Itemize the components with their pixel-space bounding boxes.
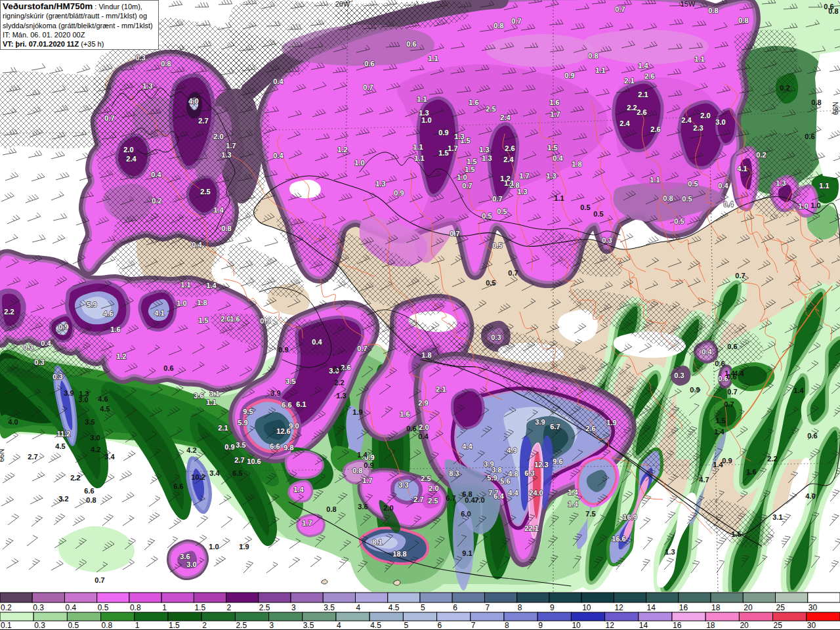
- svg-text:2.6: 2.6: [650, 125, 660, 133]
- svg-text:1.0: 1.0: [457, 173, 467, 181]
- svg-text:0.6: 0.6: [333, 365, 343, 373]
- svg-text:1.8: 1.8: [421, 351, 431, 359]
- svg-text:0.6: 0.6: [807, 432, 817, 440]
- svg-text:24.0: 24.0: [529, 489, 543, 497]
- svg-text:12: 12: [606, 621, 615, 630]
- svg-text:1.3: 1.3: [482, 154, 492, 162]
- svg-text:3.4: 3.4: [209, 469, 220, 477]
- svg-text:0.8: 0.8: [663, 194, 673, 202]
- svg-text:16.6: 16.6: [612, 535, 625, 543]
- svg-text:0.7: 0.7: [492, 195, 502, 203]
- svg-text:1.1: 1.1: [413, 143, 423, 151]
- svg-text:1.4: 1.4: [714, 428, 724, 436]
- svg-text:1.0: 1.0: [798, 202, 808, 210]
- svg-text:1.3: 1.3: [517, 188, 527, 196]
- svg-text:0.4: 0.4: [273, 77, 284, 85]
- svg-text:6.6: 6.6: [282, 401, 291, 409]
- svg-text:0.7: 0.7: [450, 230, 459, 238]
- svg-text:14: 14: [647, 603, 656, 612]
- svg-text:9.8: 9.8: [284, 444, 293, 452]
- svg-text:3.6: 3.6: [358, 503, 368, 511]
- svg-text:8.1: 8.1: [372, 538, 382, 546]
- svg-text:2.5: 2.5: [428, 497, 438, 505]
- svg-text:0.3: 0.3: [491, 333, 501, 341]
- svg-text:1.8: 1.8: [197, 299, 207, 306]
- svg-text:6.5: 6.5: [232, 469, 242, 477]
- svg-text:4.5: 4.5: [55, 442, 65, 450]
- svg-text:0.3: 0.3: [674, 371, 684, 379]
- svg-text:2.1: 2.1: [624, 77, 634, 85]
- svg-text:3.4: 3.4: [104, 453, 115, 461]
- svg-text:7.5: 7.5: [585, 510, 595, 518]
- svg-text:1.0: 1.0: [810, 201, 820, 209]
- svg-text:6.1: 6.1: [296, 400, 306, 408]
- svg-text:5.9: 5.9: [238, 419, 247, 427]
- svg-text:2.0: 2.0: [383, 504, 393, 512]
- svg-text:5: 5: [404, 621, 408, 630]
- svg-text:6.7: 6.7: [446, 494, 455, 502]
- svg-text:3.1: 3.1: [209, 390, 219, 398]
- svg-text:2.2: 2.2: [334, 379, 344, 387]
- svg-text:2.0: 2.0: [419, 423, 429, 431]
- svg-text:2.0: 2.0: [220, 315, 230, 323]
- svg-text:4.0: 4.0: [8, 418, 18, 426]
- svg-text:0.8: 0.8: [86, 496, 96, 504]
- svg-text:1.4: 1.4: [357, 451, 368, 459]
- svg-text:0.3: 0.3: [23, 343, 33, 351]
- svg-text:0.7: 0.7: [511, 17, 521, 25]
- svg-text:3.6: 3.6: [194, 392, 203, 400]
- svg-text:2.7: 2.7: [413, 495, 423, 503]
- svg-text:8: 8: [518, 603, 522, 612]
- svg-text:2.5: 2.5: [200, 188, 210, 196]
- svg-text:25: 25: [776, 603, 786, 612]
- svg-text:0.2: 0.2: [152, 197, 161, 205]
- svg-text:2.4: 2.4: [503, 156, 514, 163]
- svg-text:4.7: 4.7: [699, 476, 709, 484]
- svg-text:2.0: 2.0: [429, 484, 438, 492]
- svg-text:1.4: 1.4: [638, 62, 648, 70]
- svg-text:3.2: 3.2: [58, 495, 68, 503]
- svg-text:6.6: 6.6: [84, 487, 94, 495]
- svg-text:0.4: 0.4: [312, 338, 322, 346]
- svg-text:12: 12: [614, 603, 623, 612]
- svg-text:0.3: 0.3: [33, 603, 44, 612]
- svg-text:20W: 20W: [335, 0, 350, 8]
- svg-text:4.2: 4.2: [186, 446, 196, 454]
- svg-text:1.4: 1.4: [293, 486, 304, 494]
- svg-text:1.2: 1.2: [337, 146, 347, 154]
- svg-text:0.4: 0.4: [192, 241, 202, 249]
- svg-text:20: 20: [744, 603, 753, 612]
- svg-text:1.0: 1.0: [354, 159, 364, 167]
- svg-text:1.1: 1.1: [694, 55, 704, 63]
- svg-text:9.0: 9.0: [289, 422, 299, 430]
- svg-text:1.3: 1.3: [454, 133, 464, 140]
- svg-text:3.8: 3.8: [492, 466, 501, 474]
- svg-text:0.6: 0.6: [406, 40, 416, 48]
- svg-text:0.6: 0.6: [715, 360, 724, 368]
- svg-text:10.6: 10.6: [247, 457, 261, 465]
- svg-text:1.5: 1.5: [465, 165, 474, 173]
- svg-text:0.6: 0.6: [727, 343, 737, 350]
- svg-text:9: 9: [550, 603, 555, 612]
- svg-text:1.0: 1.0: [209, 543, 219, 551]
- svg-text:12.3: 12.3: [534, 461, 548, 469]
- svg-text:4.6: 4.6: [98, 395, 108, 403]
- svg-text:0.9: 0.9: [260, 317, 270, 325]
- svg-text:2.2: 2.2: [767, 455, 777, 463]
- svg-text:1.6: 1.6: [230, 315, 240, 323]
- svg-text:2.3: 2.3: [693, 124, 703, 132]
- svg-text:0.7: 0.7: [357, 345, 367, 352]
- svg-text:0.3: 0.3: [52, 373, 62, 381]
- svg-text:3.5: 3.5: [324, 603, 335, 612]
- svg-text:4.1: 4.1: [737, 165, 747, 173]
- svg-text:1.5: 1.5: [169, 621, 180, 630]
- svg-text:2.1: 2.1: [638, 91, 648, 98]
- svg-text:1.1: 1.1: [650, 176, 660, 184]
- svg-text:6: 6: [438, 621, 442, 630]
- svg-text:1.3: 1.3: [546, 172, 556, 180]
- svg-text:0.4: 0.4: [41, 339, 51, 347]
- svg-text:1.0: 1.0: [177, 299, 186, 307]
- svg-text:0.7: 0.7: [727, 388, 737, 396]
- svg-text:3.5: 3.5: [85, 418, 94, 426]
- svg-text:1.4: 1.4: [568, 488, 578, 496]
